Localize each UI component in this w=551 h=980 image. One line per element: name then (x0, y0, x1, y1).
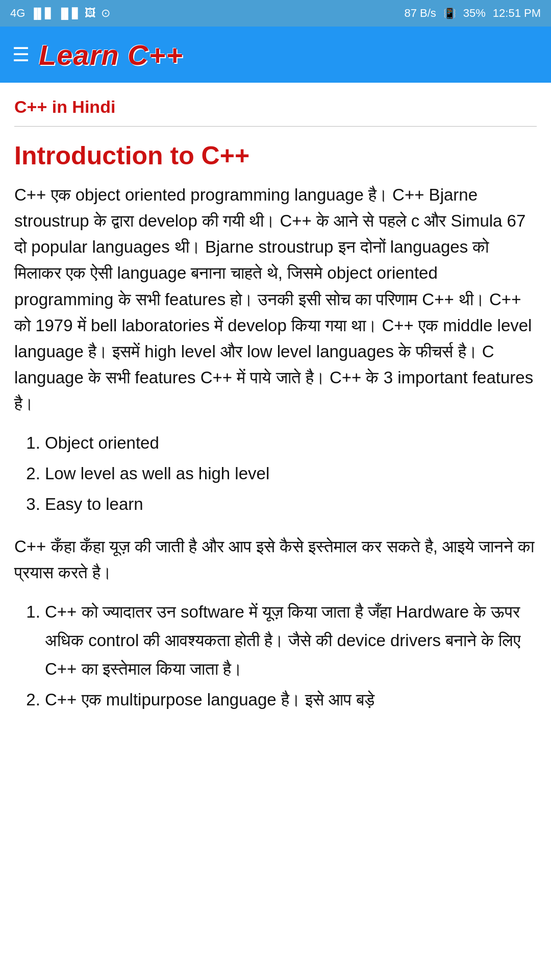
list-item: Easy to learn (45, 490, 537, 519)
status-right: 87 B/s 📳 35% 12:51 PM (404, 7, 541, 20)
camera-icon: ⊙ (101, 7, 110, 20)
list-item: C++ एक multipurpose language है। इसे आप … (45, 685, 537, 714)
signal-icon: ▐▌▊ (30, 7, 52, 19)
list-item: C++ को ज्यादातर उन software में यूज़ किय… (45, 598, 537, 683)
status-left: 4G ▐▌▊ ▐▌▊ 🖼 ⊙ (10, 7, 110, 20)
main-content: C++ in Hindi Introduction to C++ C++ एक … (0, 83, 551, 749)
app-bar: ☰ Learn C++ (0, 27, 551, 83)
time-display: 12:51 PM (493, 7, 541, 20)
hamburger-menu-icon[interactable]: ☰ (12, 43, 30, 66)
signal-icon-2: ▐▌▊ (58, 7, 80, 19)
battery-indicator: 35% (463, 7, 486, 20)
list-item: Object oriented (45, 429, 537, 457)
app-title: Learn C++ (39, 38, 183, 71)
status-bar: 4G ▐▌▊ ▐▌▊ 🖼 ⊙ 87 B/s 📳 35% 12:51 PM (0, 0, 551, 27)
usage-list: C++ को ज्यादातर उन software में यूज़ किय… (45, 598, 537, 714)
app-bar-left: ☰ Learn C++ (12, 38, 183, 71)
features-list: Object oriented Low level as well as hig… (45, 429, 537, 519)
usage-paragraph: C++ कँहा कँहा यूज़ की जाती है और आप इसे … (14, 533, 537, 585)
gallery-icon: 🖼 (85, 7, 96, 20)
divider (14, 126, 537, 127)
intro-paragraph: C++ एक object oriented programming langu… (14, 182, 537, 416)
section-title: Introduction to C++ (14, 141, 537, 170)
app-bar-actions (523, 43, 539, 66)
list-item: Low level as well as high level (45, 459, 537, 488)
network-indicator: 4G (10, 7, 25, 20)
network-speed: 87 B/s (404, 7, 436, 20)
vibrate-icon: 📳 (443, 7, 456, 19)
page-subtitle: C++ in Hindi (14, 97, 537, 117)
